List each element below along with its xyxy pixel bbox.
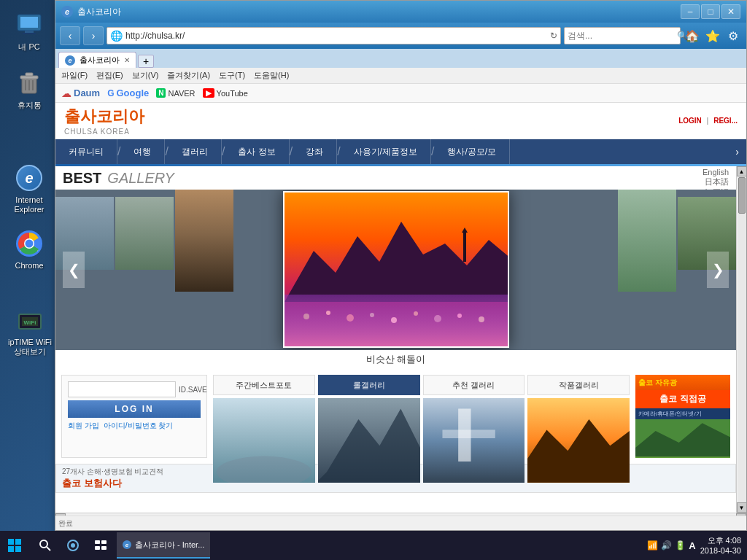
menu-tools[interactable]: 도구(T) xyxy=(219,70,245,81)
desktop: 내 PC 휴지통 e InternetExplorer xyxy=(0,0,747,560)
svg-rect-39 xyxy=(442,429,495,438)
find-account-link[interactable]: 아이디/비밀번호 찾기 xyxy=(104,421,174,431)
nav-community[interactable]: 커뮤니티 xyxy=(55,139,117,164)
google-icon: G xyxy=(107,88,114,98)
address-bar-ie-icon: 🌐 xyxy=(110,30,123,42)
nav-chulsa-info[interactable]: 출사 정보 xyxy=(225,139,289,164)
menu-file[interactable]: 파일(F) xyxy=(61,70,88,81)
fav-google[interactable]: G Google xyxy=(107,88,149,98)
menu-view[interactable]: 보기(V) xyxy=(132,70,159,81)
close-button[interactable]: ✕ xyxy=(721,4,740,19)
svg-rect-6 xyxy=(26,73,33,76)
side-photo-3 xyxy=(175,190,233,292)
nav-travel[interactable]: 여행 xyxy=(120,139,165,164)
nav-reviews[interactable]: 사용기/제품정보 xyxy=(341,139,431,164)
refresh-button[interactable]: ↻ xyxy=(550,31,557,41)
menu-favorites[interactable]: 즐겨찾기(A) xyxy=(167,70,210,81)
search-wrap: 🔍 xyxy=(564,27,681,44)
nav-events[interactable]: 행사/공모/모 xyxy=(434,139,510,164)
ie-browser-window: e 출사코리아 – □ ✕ ‹ › 🌐 ↻ 🔍 🏠 xyxy=(55,0,747,531)
banner-text: 27개사 손해·생명보험 비교견적 출코 보험사다 xyxy=(62,467,163,490)
bottom-section: ID.SAVE LOG IN 회원 가입 아이디/비밀번호 찾기 주간베스트 xyxy=(55,369,736,464)
vertical-scrollbar[interactable]: ▲ ▼ xyxy=(736,166,746,513)
system-tray: 📶 🔊 🔋 A xyxy=(647,540,695,551)
scroll-up-button[interactable]: ▲ xyxy=(737,166,747,176)
svg-point-27 xyxy=(414,311,418,316)
tab-recommended[interactable]: 추천 갤러리 xyxy=(423,375,525,395)
tab-weekly-best[interactable]: 주간베스트포토 xyxy=(213,375,315,395)
home-button[interactable]: 🏠 xyxy=(684,27,701,44)
login-links: 회원 가입 아이디/비밀번호 찾기 xyxy=(68,421,201,431)
settings-button[interactable]: ⚙ xyxy=(724,27,742,44)
favorites-button[interactable]: ⭐ xyxy=(704,27,721,44)
tab-roll-gallery[interactable]: 롤갤러리 xyxy=(318,375,420,395)
fav-daum[interactable]: ☁ Daum xyxy=(61,88,100,99)
gallery-thumb-3[interactable] xyxy=(423,398,525,483)
lang-japanese[interactable]: 日本語 xyxy=(703,176,729,187)
nav-more-button[interactable]: › xyxy=(728,146,746,158)
battery-icon[interactable]: 🔋 xyxy=(675,540,686,551)
ad-banner[interactable]: 출코 자유광 출코 직접공 카메라/휴대폰/인터넷/기 xyxy=(635,375,730,458)
address-input[interactable] xyxy=(125,31,547,41)
gallery-thumb-2[interactable] xyxy=(318,398,420,483)
scroll-down-button[interactable]: ▼ xyxy=(737,502,747,513)
active-taskbar-task[interactable]: e 출사코리아 - Inter... xyxy=(117,532,210,559)
clock[interactable]: 오후 4:08 2018-04-30 xyxy=(700,535,741,556)
svg-rect-44 xyxy=(635,456,730,458)
search-input[interactable] xyxy=(568,31,677,41)
recycle-bin-icon xyxy=(15,69,44,98)
desktop-icon-my-pc[interactable]: 내 PC xyxy=(4,7,55,55)
site-header: 출사코리아 CHULSA KOREA LOGIN | REGI... xyxy=(55,103,746,139)
svg-rect-53 xyxy=(95,540,100,544)
photo-strip: ❮ ❯ xyxy=(55,190,736,350)
windows-logo-icon xyxy=(7,538,22,553)
register-link[interactable]: REGI... xyxy=(713,117,738,125)
new-tab-button[interactable]: + xyxy=(138,55,154,68)
desktop-icon-iptime[interactable]: WiFi ipTIME WiFi상태보기 xyxy=(4,303,56,359)
address-bar: ‹ › 🌐 ↻ 🔍 🏠 ⭐ ⚙ xyxy=(55,23,746,49)
gallery-label: GALLERY xyxy=(107,170,174,187)
nav-gallery[interactable]: 갤러리 xyxy=(169,139,222,164)
gallery-main: BEST GALLERY English 日本語 中 國語 xyxy=(55,166,736,513)
horizontal-scrollbar[interactable]: ◄ ► xyxy=(55,513,746,516)
gallery-thumb-4[interactable] xyxy=(527,398,630,483)
prev-arrow[interactable]: ❮ xyxy=(63,252,85,288)
menu-edit[interactable]: 편집(E) xyxy=(96,70,123,81)
menu-help[interactable]: 도움말(H) xyxy=(254,70,289,81)
forward-button[interactable]: › xyxy=(83,26,104,45)
login-button[interactable]: LOG IN xyxy=(68,400,201,418)
sound-icon[interactable]: 🔊 xyxy=(661,540,672,551)
desktop-icon-chrome[interactable]: Chrome xyxy=(4,226,55,273)
desktop-icon-recycle-bin[interactable]: 휴지통 xyxy=(4,66,55,113)
taskbar-icons xyxy=(29,532,117,559)
scroll-left-button[interactable]: ◄ xyxy=(55,513,66,516)
lang-english[interactable]: English xyxy=(703,168,729,176)
tab-close-button[interactable]: ✕ xyxy=(124,56,130,64)
desktop-icon-ie[interactable]: e InternetExplorer xyxy=(4,160,55,217)
fav-youtube[interactable]: ▶ YouTube xyxy=(203,88,248,98)
join-link[interactable]: 회원 가입 xyxy=(68,421,99,431)
keyboard-icon[interactable]: A xyxy=(689,540,695,551)
next-arrow[interactable]: ❯ xyxy=(707,252,729,288)
fav-naver[interactable]: N NAVER xyxy=(156,88,195,98)
svg-point-23 xyxy=(326,311,330,315)
maximize-button[interactable]: □ xyxy=(701,4,720,19)
svg-rect-21 xyxy=(285,295,509,348)
scroll-thumb[interactable] xyxy=(738,177,746,214)
gallery-thumb-1[interactable] xyxy=(213,398,315,483)
nav-lecture[interactable]: 강좌 xyxy=(293,139,337,164)
taskbar-search-icon[interactable] xyxy=(32,532,58,559)
taskbar-cortana-icon[interactable] xyxy=(60,532,86,559)
svg-point-30 xyxy=(479,316,484,322)
network-icon[interactable]: 📶 xyxy=(647,540,658,551)
login-link[interactable]: LOGIN xyxy=(678,117,702,125)
back-button[interactable]: ‹ xyxy=(60,26,80,45)
start-button[interactable] xyxy=(0,531,29,560)
minimize-button[interactable]: – xyxy=(681,4,700,19)
tab-artwork[interactable]: 작품갤러리 xyxy=(527,375,630,395)
active-tab[interactable]: e 출사코리아 ✕ xyxy=(58,52,136,68)
toolbar-icons: 🏠 ⭐ ⚙ xyxy=(684,27,742,44)
login-id-input[interactable] xyxy=(68,381,176,397)
taskbar-task-view-icon[interactable] xyxy=(88,532,114,559)
scroll-right-button[interactable]: ► xyxy=(736,513,746,516)
